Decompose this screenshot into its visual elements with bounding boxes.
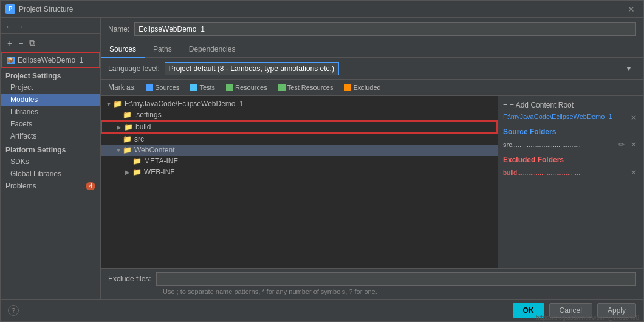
back-button[interactable]: ← xyxy=(5,22,13,31)
exclude-hint: Use ; to separate name patterns, * for a… xyxy=(108,288,636,295)
tree-item-settings[interactable]: 📁 .settings xyxy=(101,109,498,120)
tree-arrow-webcontent: ▼ xyxy=(115,147,123,154)
sidebar-item-global-libraries[interactable]: Global Libraries xyxy=(1,168,100,180)
folder-icon-webcontent: 📁 xyxy=(123,146,132,154)
sidebar-item-facets[interactable]: Facets xyxy=(1,118,100,130)
tests-color-icon xyxy=(190,84,197,91)
mark-tests-button[interactable]: Tests xyxy=(187,83,219,92)
tree-item-webcontent[interactable]: ▼ 📁 WebContent xyxy=(101,145,498,156)
tab-paths[interactable]: Paths xyxy=(145,41,180,58)
mark-as-row: Mark as: Sources Tests Resources xyxy=(101,80,643,96)
bottom-panel: Exclude files: Use ; to separate name pa… xyxy=(101,268,643,299)
mark-resources-label: Resources xyxy=(235,84,267,91)
folder-icon-settings: 📁 xyxy=(123,111,132,119)
watermark: https://blog.csdn.net/weixin_44510468 xyxy=(536,314,639,321)
mark-as-label: Mark as: xyxy=(108,83,136,92)
info-panel: + + Add Content Root F:\myJavaCode\Eclip… xyxy=(498,96,643,268)
platform-settings-section: Platform Settings xyxy=(1,142,100,156)
main-content: ← → + − ⧉ 📦 EclipseWebDemo_1 Project Set… xyxy=(1,18,643,299)
lang-level-row: Language level: Project default (8 - Lam… xyxy=(101,58,643,80)
close-button[interactable]: ✕ xyxy=(624,3,639,15)
name-label: Name: xyxy=(108,25,129,33)
source-folder-icons: ✏ ✕ xyxy=(617,140,639,149)
tab-sources[interactable]: Sources xyxy=(101,41,145,58)
name-row: Name: xyxy=(101,18,643,41)
module-icon: 📦 xyxy=(7,57,15,64)
tree-arrow-root: ▼ xyxy=(106,101,113,108)
excluded-color-icon xyxy=(344,84,351,91)
content-area: ▼ 📁 F:\myJavaCode\EclipseWebDemo_1 📁 .se… xyxy=(101,96,643,268)
copy-module-button[interactable]: ⧉ xyxy=(27,36,37,49)
mark-test-resources-label: Test Resources xyxy=(287,84,334,91)
mark-excluded-button[interactable]: Excluded xyxy=(340,83,384,92)
tree-arrow-web: ▶ xyxy=(125,169,132,176)
tree-label-root: F:\myJavaCode\EclipseWebDemo_1 xyxy=(125,100,244,108)
tree-label-src: src xyxy=(134,135,144,143)
test-resources-color-icon xyxy=(278,84,286,91)
excluded-folder-icons: ✕ xyxy=(629,168,639,177)
add-content-root-button[interactable]: + + Add Content Root xyxy=(503,101,639,109)
sources-panel: Language level: Project default (8 - Lam… xyxy=(101,58,643,299)
info-root-path: F:\myJavaCode\EclipseWebDemo_1 ✕ xyxy=(503,113,639,123)
sidebar-item-problems[interactable]: Problems 4 xyxy=(1,180,100,192)
exclude-label: Exclude files: xyxy=(108,275,151,283)
plus-icon: + xyxy=(503,101,507,109)
folder-icon-web: 📁 xyxy=(132,168,142,176)
dropdown-arrow-icon: ▼ xyxy=(625,64,632,73)
exclude-row: Exclude files: xyxy=(108,272,636,286)
nav-toolbar: ← → xyxy=(1,20,100,34)
exclude-input[interactable] xyxy=(156,272,636,286)
sidebar-item-libraries[interactable]: Libraries xyxy=(1,106,100,118)
tree-item-root[interactable]: ▼ 📁 F:\myJavaCode\EclipseWebDemo_1 xyxy=(101,98,498,109)
remove-root-icon[interactable]: ✕ xyxy=(629,113,639,123)
title-bar-left: P Project Structure xyxy=(5,4,73,14)
tree-label-web: WEB-INF xyxy=(144,168,175,176)
forward-button[interactable]: → xyxy=(16,22,24,31)
tree-item-web-inf[interactable]: ▶ 📁 WEB-INF xyxy=(101,166,498,177)
remove-excluded-folder-icon[interactable]: ✕ xyxy=(629,168,639,177)
resources-color-icon xyxy=(226,84,233,91)
folder-icon-build: 📁 xyxy=(124,123,133,131)
source-folders-title: Source Folders xyxy=(503,128,639,136)
tree-arrow-src xyxy=(115,136,123,143)
tree-item-meta-inf[interactable]: 📁 META-INF xyxy=(101,156,498,166)
remove-module-button[interactable]: − xyxy=(16,37,25,49)
sidebar-item-artifacts[interactable]: Artifacts xyxy=(1,130,100,142)
problems-badge: 4 xyxy=(86,182,95,190)
lang-level-select[interactable]: Project default (8 - Lambdas, type annot… xyxy=(165,62,339,75)
source-folder-label: src..................................... xyxy=(503,141,617,148)
module-item-eclipse[interactable]: 📦 EclipseWebDemo_1 xyxy=(1,52,100,68)
tree-label-settings: .settings xyxy=(134,111,162,119)
name-input[interactable] xyxy=(134,22,636,36)
tree-arrow-build: ▶ xyxy=(117,124,124,131)
module-item-label: EclipseWebDemo_1 xyxy=(18,56,84,64)
mark-sources-button[interactable]: Sources xyxy=(142,83,183,92)
file-tree-panel[interactable]: ▼ 📁 F:\myJavaCode\EclipseWebDemo_1 📁 .se… xyxy=(101,96,498,268)
app-icon: P xyxy=(5,4,15,14)
help-icon: ? xyxy=(8,305,19,316)
sidebar-item-project[interactable]: Project xyxy=(1,81,100,94)
excluded-folder-label: build.................................. xyxy=(503,169,629,176)
tree-arrow-meta xyxy=(125,158,132,165)
problems-label: Problems xyxy=(5,182,36,190)
info-path-text: F:\myJavaCode\EclipseWebDemo_1 xyxy=(503,113,612,120)
add-module-button[interactable]: + xyxy=(5,37,14,49)
sidebar: ← → + − ⧉ 📦 EclipseWebDemo_1 Project Set… xyxy=(1,18,101,299)
help-button[interactable]: ? xyxy=(8,305,19,316)
source-folder-entry: src.....................................… xyxy=(503,139,639,151)
tab-dependencies[interactable]: Dependencies xyxy=(180,41,244,58)
dialog-title: Project Structure xyxy=(19,5,73,13)
mark-tests-label: Tests xyxy=(199,84,215,91)
tabs-row: Sources Paths Dependencies xyxy=(101,41,643,58)
mark-test-resources-button[interactable]: Test Resources xyxy=(275,83,337,92)
remove-source-folder-icon[interactable]: ✕ xyxy=(629,140,639,149)
mark-resources-button[interactable]: Resources xyxy=(222,83,271,92)
lang-level-dropdown-wrapper: Project default (8 - Lambdas, type annot… xyxy=(165,62,636,75)
sidebar-item-sdks[interactable]: SDKs xyxy=(1,156,100,168)
edit-source-folder-icon[interactable]: ✏ xyxy=(617,140,626,149)
tree-item-build[interactable]: ▶ 📁 build xyxy=(101,120,498,134)
sidebar-item-modules[interactable]: Modules xyxy=(1,94,100,106)
sources-color-icon xyxy=(146,84,153,91)
tree-item-src[interactable]: 📁 src xyxy=(101,134,498,145)
module-toolbar: + − ⧉ xyxy=(1,34,100,52)
